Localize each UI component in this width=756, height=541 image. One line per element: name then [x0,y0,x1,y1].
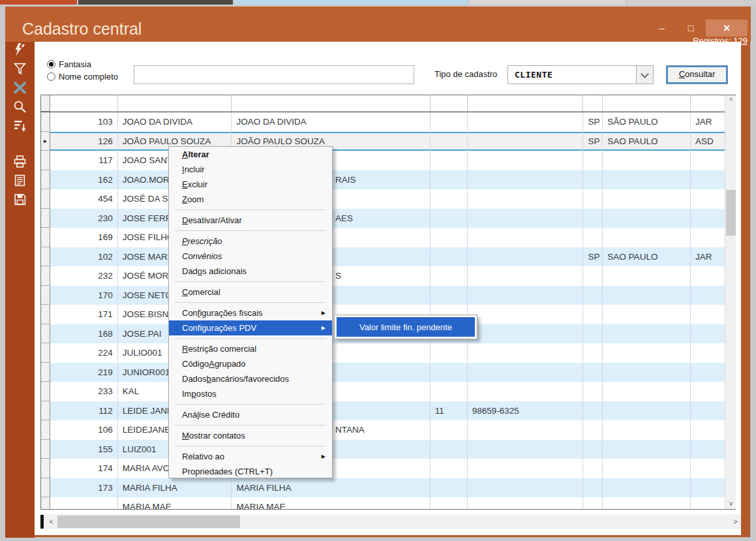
cell-uf [583,170,603,190]
row-marker-cell [41,401,50,421]
menu-item[interactable]: Excluir [169,177,332,192]
radio-nome-circle[interactable] [47,72,55,81]
column-header[interactable] [431,95,468,112]
minimize-icon: – [659,23,665,33]
menu-item[interactable]: Relativo ao ▶ [169,449,332,464]
menu-item[interactable]: Comercial [169,285,332,300]
table-row[interactable]: 173 MARIA FILHA MARIA FILHA [41,478,735,498]
table-row[interactable]: 219 JUNIOR001 [41,363,735,382]
tipo-cadastro-combobox[interactable]: CLIENTE [507,65,654,84]
menu-item[interactable]: Incluir [169,162,332,177]
menu-item[interactable]: Alterar [169,147,332,162]
table-row[interactable]: 232 JOSÉ MORAE S [41,266,735,286]
row-marker-cell [41,170,50,190]
maximize-button[interactable]: □ [677,20,704,37]
print-icon[interactable] [13,155,27,168]
menu-item[interactable]: Convênios [169,249,332,264]
table-row[interactable]: 103 JOAO DA DIVIDA JOAO DA DIVIDA SP SÃO… [41,112,735,132]
horizontal-scrollbar-thumb[interactable] [57,516,240,528]
vertical-scrollbar-thumb[interactable] [726,190,736,236]
chevron-down-icon[interactable] [636,66,653,84]
column-header[interactable] [583,95,603,112]
menu-item-text: ancários/favorecidos [211,374,289,384]
menu-item[interactable]: Prescrição [169,234,332,249]
cell-codigo [50,497,118,510]
cell-cidade [603,209,691,228]
menu-item-mnemonic: M [182,431,189,441]
sort-icon[interactable] [13,119,27,132]
menu-item[interactable] [169,422,332,428]
menu-item[interactable]: Mostrar contatos [169,428,332,443]
table-row[interactable]: 155 LUIZ001 [41,440,735,459]
menu-item[interactable] [169,279,332,285]
scroll-right-icon[interactable]: > [730,516,741,527]
column-header[interactable] [50,95,118,112]
menu-item[interactable]: Código Agrupado [169,356,332,371]
consultar-button[interactable]: Consultar [667,66,727,84]
row-marker-cell [41,112,50,132]
close-button[interactable]: ✕ [706,20,748,37]
menu-item[interactable]: Dados adicionais [169,264,332,279]
menu-item[interactable]: Configurações fiscais ▶ [169,305,332,320]
column-header[interactable] [118,95,232,112]
menu-item[interactable]: Configurações PDV ▶ [169,320,332,335]
menu-item[interactable]: Dados bancários/favorecidos [169,371,332,386]
scroll-left-icon[interactable]: < [46,516,57,527]
cell-fone [468,459,584,478]
radio-fantasia[interactable]: Fantasia [47,59,91,69]
menu-item[interactable]: Zoom [169,192,332,207]
menu-item[interactable] [169,207,332,213]
menu-item[interactable]: Impostos [169,386,332,401]
report-icon[interactable] [13,174,27,187]
menu-item-text: Convênios [182,251,222,261]
zoom-icon[interactable] [13,100,27,114]
refresh-icon[interactable] [13,43,27,57]
scroll-up-icon[interactable]: ^ [725,95,736,106]
table-row[interactable]: 117 JOAO SANTO [41,151,735,170]
cell-cidade [603,382,691,401]
table-row[interactable]: 454 JOSÉ DA SILV [41,189,735,209]
table-row[interactable]: 169 JOSE FILHO [41,228,735,247]
menu-item[interactable]: Restrição comercial [169,341,332,356]
consultar-label: onsultar [685,69,715,79]
column-header[interactable] [603,95,691,112]
column-header[interactable] [468,95,584,112]
cell-ddd [431,209,468,228]
menu-item[interactable] [169,401,332,407]
menu-item[interactable] [169,335,332,341]
minimize-button[interactable]: – [648,20,676,37]
radio-nome-completo[interactable]: Nome completo [47,72,118,82]
table-row[interactable]: ► 126 JOÃO PAULO SOUZA JOÃO PAULO SOUZA … [41,132,735,151]
table-row[interactable]: 230 JOSE FERREIR AES [41,209,735,228]
menu-item[interactable] [169,228,332,234]
table-row[interactable]: 174 MARIA AVO [41,459,735,478]
table-row[interactable]: 170 JOSE NETO [41,286,735,305]
menu-item[interactable] [169,300,332,305]
cell-cidade: SAO PAULO [603,132,691,151]
table-row[interactable]: MARIA MAE MARIA MAE [41,497,735,510]
menu-item[interactable]: Análise Crédito [169,407,332,422]
vertical-scrollbar[interactable]: ^ v [725,95,736,509]
submenu-item-valor-limite[interactable]: Valor limite fin. pendente [337,317,475,337]
menu-item[interactable]: Propriedades (CTRL+T) [169,464,332,479]
table-row[interactable]: 112 LEIDE JANE S 11 98659-6325 [41,401,735,421]
column-header[interactable] [232,95,430,112]
table-row[interactable]: 233 KAL [41,382,735,401]
radio-fantasia-circle[interactable] [47,60,55,69]
filter-icon[interactable] [13,62,27,76]
save-icon[interactable] [13,193,27,206]
cell-cidade [603,286,691,305]
table-row[interactable]: 106 LEIDEJANE A NTANA [41,420,735,440]
menu-item[interactable] [169,443,332,449]
clear-filter-icon[interactable] [13,81,27,95]
table-row[interactable]: 102 JOSE MARIA SP SAO PAULO JAR [41,247,735,267]
horizontal-scrollbar[interactable]: < > [40,514,741,529]
scroll-down-icon[interactable]: v [725,498,736,509]
search-input[interactable] [134,65,414,84]
cell-codigo: 112 [50,401,118,421]
table-row[interactable]: 224 JULIO001 [41,343,735,363]
column-header[interactable] [41,95,50,112]
table-row[interactable]: 162 JOAO.MORA RAIS [41,170,735,190]
menu-item[interactable]: Desativar/Ativar [169,213,332,228]
row-marker-cell: ► [41,132,50,151]
